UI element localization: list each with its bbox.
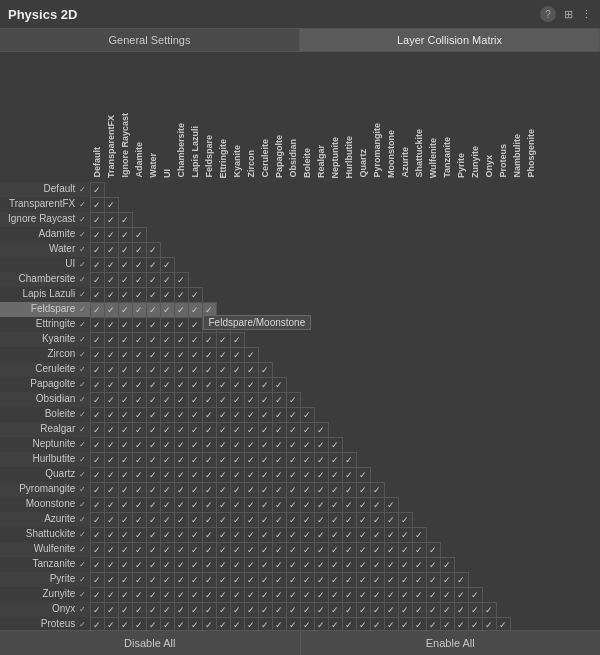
checkbox-13-6[interactable]: ✓ [174, 377, 188, 392]
checkbox-18-7[interactable]: ✓ [188, 452, 202, 467]
checkbox-18-5[interactable]: ✓ [160, 452, 174, 467]
checkbox-14-13[interactable]: ✓ [272, 392, 286, 407]
checkbox-28-4[interactable]: ✓ [146, 602, 160, 617]
checkbox-17-6[interactable]: ✓ [174, 437, 188, 452]
checkbox-25-19[interactable]: ✓ [356, 557, 370, 572]
checkbox-22-19[interactable]: ✓ [356, 512, 370, 527]
checkbox-22-14[interactable]: ✓ [286, 512, 300, 527]
checkbox-17-2[interactable]: ✓ [118, 437, 132, 452]
checkbox-21-18[interactable]: ✓ [342, 497, 356, 512]
checkbox-14-8[interactable]: ✓ [202, 392, 216, 407]
checkbox-23-13[interactable]: ✓ [272, 527, 286, 542]
checkbox-6-3[interactable]: ✓ [132, 272, 146, 287]
checkbox-26-23[interactable]: ✓ [412, 572, 426, 587]
checkbox-27-14[interactable]: ✓ [286, 587, 300, 602]
checkbox-16-9[interactable]: ✓ [216, 422, 230, 437]
checkbox-25-1[interactable]: ✓ [104, 557, 118, 572]
checkbox-29-22[interactable]: ✓ [398, 617, 412, 630]
checkbox-14-12[interactable]: ✓ [258, 392, 272, 407]
checkbox-19-2[interactable]: ✓ [118, 467, 132, 482]
checkbox-2-1[interactable]: ✓ [104, 212, 118, 227]
checkbox-27-3[interactable]: ✓ [132, 587, 146, 602]
checkbox-24-3[interactable]: ✓ [132, 542, 146, 557]
checkbox-23-1[interactable]: ✓ [104, 527, 118, 542]
checkbox-17-17[interactable]: ✓ [328, 437, 342, 452]
checkbox-22-9[interactable]: ✓ [216, 512, 230, 527]
checkbox-29-21[interactable]: ✓ [384, 617, 398, 630]
checkbox-25-21[interactable]: ✓ [384, 557, 398, 572]
checkbox-28-24[interactable]: ✓ [426, 602, 440, 617]
checkbox-19-17[interactable]: ✓ [328, 467, 342, 482]
checkbox-6-5[interactable]: ✓ [160, 272, 174, 287]
checkbox-10-5[interactable]: ✓ [160, 332, 174, 347]
checkbox-27-6[interactable]: ✓ [174, 587, 188, 602]
checkbox-17-9[interactable]: ✓ [216, 437, 230, 452]
checkbox-21-0[interactable]: ✓ [90, 497, 104, 512]
checkbox-16-13[interactable]: ✓ [272, 422, 286, 437]
checkbox-29-16[interactable]: ✓ [314, 617, 328, 630]
checkbox-29-4[interactable]: ✓ [146, 617, 160, 630]
checkbox-15-2[interactable]: ✓ [118, 407, 132, 422]
checkbox-3-1[interactable]: ✓ [104, 227, 118, 242]
checkbox-14-5[interactable]: ✓ [160, 392, 174, 407]
checkbox-28-23[interactable]: ✓ [412, 602, 426, 617]
checkbox-29-27[interactable]: ✓ [468, 617, 482, 630]
checkbox-25-4[interactable]: ✓ [146, 557, 160, 572]
checkbox-16-12[interactable]: ✓ [258, 422, 272, 437]
checkbox-13-13[interactable]: ✓ [272, 377, 286, 392]
checkbox-26-25[interactable]: ✓ [440, 572, 454, 587]
checkbox-23-3[interactable]: ✓ [132, 527, 146, 542]
checkbox-28-20[interactable]: ✓ [370, 602, 384, 617]
checkbox-7-6[interactable]: ✓ [174, 287, 188, 302]
checkbox-28-25[interactable]: ✓ [440, 602, 454, 617]
checkbox-25-11[interactable]: ✓ [244, 557, 258, 572]
checkbox-17-1[interactable]: ✓ [104, 437, 118, 452]
checkbox-20-3[interactable]: ✓ [132, 482, 146, 497]
checkbox-26-0[interactable]: ✓ [90, 572, 104, 587]
checkbox-13-8[interactable]: ✓ [202, 377, 216, 392]
checkbox-27-22[interactable]: ✓ [398, 587, 412, 602]
checkbox-3-0[interactable]: ✓ [90, 227, 104, 242]
checkbox-29-12[interactable]: ✓ [258, 617, 272, 630]
checkbox-27-27[interactable]: ✓ [468, 587, 482, 602]
checkbox-25-23[interactable]: ✓ [412, 557, 426, 572]
checkbox-22-21[interactable]: ✓ [384, 512, 398, 527]
checkbox-16-1[interactable]: ✓ [104, 422, 118, 437]
checkbox-3-3[interactable]: ✓ [132, 227, 146, 242]
checkbox-21-9[interactable]: ✓ [216, 497, 230, 512]
checkbox-23-5[interactable]: ✓ [160, 527, 174, 542]
checkbox-18-17[interactable]: ✓ [328, 452, 342, 467]
checkbox-28-19[interactable]: ✓ [356, 602, 370, 617]
checkbox-26-19[interactable]: ✓ [356, 572, 370, 587]
checkbox-12-5[interactable]: ✓ [160, 362, 174, 377]
checkbox-22-13[interactable]: ✓ [272, 512, 286, 527]
checkbox-11-4[interactable]: ✓ [146, 347, 160, 362]
checkbox-25-2[interactable]: ✓ [118, 557, 132, 572]
checkbox-12-6[interactable]: ✓ [174, 362, 188, 377]
checkbox-26-11[interactable]: ✓ [244, 572, 258, 587]
checkbox-19-14[interactable]: ✓ [286, 467, 300, 482]
checkbox-26-4[interactable]: ✓ [146, 572, 160, 587]
checkbox-22-7[interactable]: ✓ [188, 512, 202, 527]
checkbox-4-3[interactable]: ✓ [132, 242, 146, 257]
checkbox-3-2[interactable]: ✓ [118, 227, 132, 242]
checkbox-16-0[interactable]: ✓ [90, 422, 104, 437]
checkbox-26-12[interactable]: ✓ [258, 572, 272, 587]
checkbox-22-17[interactable]: ✓ [328, 512, 342, 527]
checkbox-15-5[interactable]: ✓ [160, 407, 174, 422]
checkbox-28-8[interactable]: ✓ [202, 602, 216, 617]
checkbox-11-0[interactable]: ✓ [90, 347, 104, 362]
checkbox-8-3[interactable]: ✓ [132, 302, 146, 317]
checkbox-29-8[interactable]: ✓ [202, 617, 216, 630]
checkbox-21-14[interactable]: ✓ [286, 497, 300, 512]
checkbox-25-17[interactable]: ✓ [328, 557, 342, 572]
checkbox-10-8[interactable]: ✓ [202, 332, 216, 347]
checkbox-28-12[interactable]: ✓ [258, 602, 272, 617]
checkbox-19-19[interactable]: ✓ [356, 467, 370, 482]
checkbox-19-5[interactable]: ✓ [160, 467, 174, 482]
checkbox-4-1[interactable]: ✓ [104, 242, 118, 257]
checkbox-24-8[interactable]: ✓ [202, 542, 216, 557]
checkbox-6-2[interactable]: ✓ [118, 272, 132, 287]
checkbox-15-3[interactable]: ✓ [132, 407, 146, 422]
checkbox-18-18[interactable]: ✓ [342, 452, 356, 467]
